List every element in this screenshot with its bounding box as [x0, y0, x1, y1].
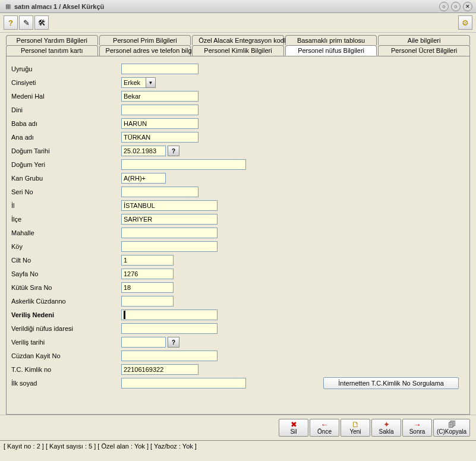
text-cursor-icon — [124, 311, 125, 319]
arrow-right-icon: → — [414, 421, 421, 428]
label-medenihal: Medeni Hal — [11, 93, 121, 100]
input-verilisnedeni[interactable] — [121, 310, 217, 320]
sakla-label: Sakla — [379, 428, 393, 435]
input-ilce[interactable] — [121, 214, 217, 225]
label-tckimlikno: T.C. Kimlik no — [11, 366, 121, 373]
input-kangrubu[interactable] — [121, 173, 166, 184]
input-serino[interactable] — [121, 187, 198, 197]
input-dogumyeri[interactable] — [121, 159, 246, 170]
input-cuzdankayitno[interactable] — [121, 351, 217, 361]
input-uyrugu[interactable] — [121, 64, 198, 74]
sonra-label: Sonra — [409, 428, 425, 435]
kopyala-button[interactable]: 🗐 (C)Kopyala — [433, 419, 470, 437]
date-picker-verilistarihi-icon[interactable]: ? — [168, 337, 179, 348]
once-button[interactable]: ← Önce — [310, 419, 339, 437]
label-askerlikcuzdanno: Askerlik Cüzdanno — [11, 298, 121, 305]
label-dogumyeri: Doğum Yeri — [11, 161, 121, 168]
arrow-left-icon: ← — [321, 421, 329, 428]
tab-yardim[interactable]: Personel Yardım Bilgileri — [6, 35, 98, 45]
input-dogumtarihi[interactable] — [121, 146, 166, 156]
input-il[interactable] — [121, 200, 217, 211]
input-anaadi[interactable] — [121, 132, 198, 143]
internet-tckimlik-button[interactable]: İnternetten T.C.Kimlik No Sorgulama — [323, 377, 459, 389]
input-tckimlikno[interactable] — [121, 364, 198, 375]
tab-ucret[interactable]: Personel Ücret Bilgileri — [378, 45, 470, 56]
input-verildiginufusidaresi[interactable] — [121, 323, 217, 334]
input-sayfano[interactable] — [121, 269, 174, 279]
label-serino: Seri No — [11, 188, 121, 195]
tabs-row-2: Personel tanıtım kartı Personel adres ve… — [0, 45, 476, 56]
label-cuzdankayitno: Cüzdan Kayit No — [11, 352, 121, 359]
tab-ozel-alacak[interactable]: Özel Alacak Entegrasyon kodları — [192, 35, 284, 45]
input-verilistarihi[interactable] — [121, 337, 166, 348]
minimize-button[interactable]: ○ — [439, 2, 449, 11]
row-medenihal: Medeni Hal — [11, 90, 465, 103]
label-anaadi: Ana adı — [11, 134, 121, 141]
copy-icon: 🗐 — [448, 421, 456, 428]
row-verildiginufusidaresi: Verildiği nüfus idaresi — [11, 322, 465, 335]
tab-adres[interactable]: Personel adres ve telefon bilgileri — [99, 45, 191, 56]
input-dini[interactable] — [121, 105, 198, 115]
label-verilistarihi: Veriliş tarihi — [11, 339, 121, 346]
settings-icon[interactable]: ⚙ — [458, 15, 472, 30]
internet-button-row: İnternetten T.C.Kimlik No Sorgulama — [323, 377, 459, 389]
sonra-button[interactable]: → Sonra — [402, 419, 432, 437]
save-icon: ✦ — [383, 421, 390, 428]
help-icon[interactable]: ? — [4, 15, 18, 30]
delete-icon: ✖ — [291, 421, 297, 428]
label-kangrubu: Kan Grubu — [11, 175, 121, 182]
row-mahalle: Mahalle — [11, 226, 465, 239]
tab-nufus[interactable]: Personel nüfus Bilgileri — [285, 45, 377, 56]
date-picker-dogumtarihi-icon[interactable]: ? — [168, 146, 179, 156]
tab-basamakli[interactable]: Basamaklı prim tablosu — [285, 35, 377, 45]
edit-icon[interactable]: ✎ — [19, 15, 33, 30]
maximize-button[interactable]: ○ — [451, 2, 461, 11]
toolbar: ? ✎ 🛠 ⚙ — [0, 13, 476, 33]
yeni-button[interactable]: 🗋 Yeni — [341, 419, 370, 437]
input-ilksoyad[interactable] — [121, 378, 246, 389]
row-koy: Köy — [11, 240, 465, 253]
row-sayfano: Sayfa No — [11, 267, 465, 280]
window-title: satın almacı 1 / Aksel Kürkçü — [14, 3, 439, 10]
label-verildiginufusidaresi: Verildiği nüfus idaresi — [11, 325, 121, 332]
sil-button[interactable]: ✖ Sil — [279, 419, 308, 437]
row-uyrugu: Uyruğu — [11, 62, 465, 75]
label-ilksoyad: İlk soyad — [11, 380, 121, 387]
label-koy: Köy — [11, 243, 121, 250]
input-koy[interactable] — [121, 241, 217, 252]
tab-prim[interactable]: Personel Prim Bilgileri — [99, 35, 191, 45]
tool-icon[interactable]: 🛠 — [34, 15, 49, 30]
row-dini: Dini — [11, 103, 465, 116]
input-babaadi[interactable] — [121, 118, 198, 129]
row-ciltno: Cilt No — [11, 254, 465, 267]
dropdown-cinsiyeti-icon[interactable]: ▼ — [146, 77, 156, 88]
bottom-toolbar: ✖ Sil ← Önce 🗋 Yeni ✦ Sakla → Sonra 🗐 (C… — [0, 415, 476, 440]
input-mahalle[interactable] — [121, 228, 217, 238]
input-kutuksirano[interactable] — [121, 282, 174, 293]
input-cinsiyeti[interactable] — [121, 77, 146, 88]
row-dogumtarihi: Doğum Tarihi ? — [11, 144, 465, 157]
row-cinsiyeti: Cinsiyeti ▼ — [11, 76, 465, 89]
row-verilisnedeni: Veriliş Nedeni — [11, 308, 465, 321]
sakla-button[interactable]: ✦ Sakla — [371, 419, 401, 437]
label-kutuksirano: Kütük Sıra No — [11, 284, 121, 291]
once-label: Önce — [317, 428, 332, 435]
input-medenihal[interactable] — [121, 91, 198, 102]
label-ilce: İlçe — [11, 216, 121, 223]
sil-label: Sil — [290, 428, 297, 435]
row-verilistarihi: Veriliş tarihi ? — [11, 336, 465, 349]
new-document-icon: 🗋 — [352, 421, 360, 428]
tab-aile[interactable]: Aile bilgileri — [378, 35, 470, 45]
row-askerlikcuzdanno: Askerlik Cüzdanno — [11, 295, 465, 308]
input-askerlikcuzdanno[interactable] — [121, 296, 174, 307]
tab-kimlik[interactable]: Personel Kimlik Bilgileri — [192, 45, 284, 56]
window-controls: ○ ○ ✕ — [439, 2, 472, 11]
row-il: İl — [11, 199, 465, 212]
close-button[interactable]: ✕ — [463, 2, 472, 11]
kopyala-label: (C)Kopyala — [437, 428, 466, 435]
tab-tanitim[interactable]: Personel tanıtım kartı — [6, 45, 98, 56]
label-ciltno: Cilt No — [11, 257, 121, 264]
label-babaadi: Baba adı — [11, 120, 121, 127]
row-ilce: İlçe — [11, 213, 465, 226]
input-ciltno[interactable] — [121, 255, 174, 266]
